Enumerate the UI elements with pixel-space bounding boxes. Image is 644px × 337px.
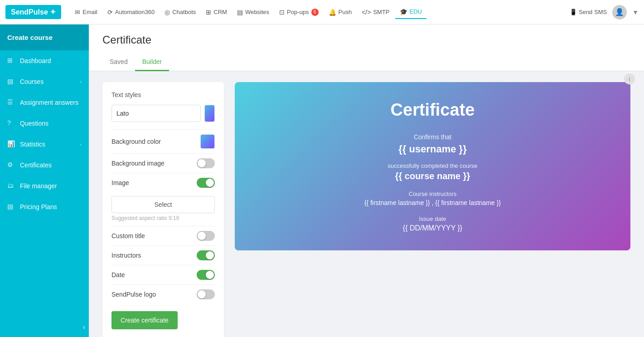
nav-smtp[interactable]: </> SMTP — [357, 6, 394, 19]
nav-chatbots[interactable]: ◎ Chatbots — [160, 6, 200, 19]
content-area: Certificate Saved Builder i Text styles … — [89, 24, 644, 337]
cert-confirms: Confirms that — [414, 133, 451, 141]
text-styles-label: Text styles — [111, 91, 215, 98]
cert-course-name: {{ course name }} — [395, 171, 470, 181]
sidebar-item-statistics[interactable]: 📊 Statistics › — [0, 134, 89, 155]
nav-items: ✉ Email ⟳ Automation360 ◎ Chatbots ⊞ CRM… — [70, 5, 570, 19]
push-icon: 🔔 — [329, 9, 336, 16]
select-image-button[interactable]: Select — [111, 196, 215, 213]
edu-icon: 🎓 — [400, 8, 407, 15]
dashboard-icon: ⊞ — [7, 57, 15, 65]
bg-color-swatch[interactable] — [200, 134, 215, 149]
bg-image-row: Background image — [111, 153, 215, 173]
page-title: Certificate — [102, 34, 630, 46]
sidebar: Create course ⊞ Dashboard ▤ Courses › ☰ … — [0, 24, 89, 337]
tabs: Saved Builder — [102, 54, 630, 71]
cert-instructors-label: Course instructors — [409, 190, 456, 197]
date-label: Date — [111, 271, 125, 278]
tab-saved[interactable]: Saved — [102, 54, 135, 71]
custom-title-label: Custom title — [111, 232, 145, 239]
pricing-icon: ▤ — [7, 203, 15, 211]
page-body: Text styles Background color Background … — [89, 71, 644, 337]
chatbots-icon: ◎ — [165, 9, 170, 16]
sendpulse-logo-toggle[interactable] — [197, 289, 215, 299]
instructors-row: Instructors — [111, 245, 215, 265]
date-toggle[interactable] — [197, 270, 215, 280]
nav-popups[interactable]: ⊡ Pop-ups 6 — [275, 6, 323, 19]
sidebar-item-pricing-plans[interactable]: ▤ Pricing Plans — [0, 196, 89, 217]
statistics-arrow-icon: › — [80, 142, 82, 147]
sidebar-item-certificates[interactable]: ⚙ Certificates — [0, 155, 89, 176]
text-color-swatch[interactable] — [204, 105, 215, 122]
font-input[interactable] — [111, 105, 201, 122]
file-manager-icon: 🗂 — [7, 182, 15, 190]
send-sms-button[interactable]: 📱 Send SMS — [570, 9, 607, 15]
bg-image-label: Background image — [111, 160, 165, 167]
nav-crm[interactable]: ⊞ CRM — [201, 6, 232, 19]
nav-email[interactable]: ✉ Email — [70, 6, 102, 19]
cert-instructors-names: {{ firstname lastname }} , {{ firstname … — [364, 199, 501, 206]
nav-automation360[interactable]: ⟳ Automation360 — [103, 6, 159, 19]
avatar-icon: 👤 — [615, 8, 624, 16]
create-course-button[interactable]: Create course — [0, 24, 89, 50]
info-icon[interactable]: i — [624, 73, 635, 84]
image-label: Image — [111, 179, 129, 186]
sendpulse-logo-row: SendPulse logo — [111, 284, 215, 304]
certificates-icon: ⚙ — [7, 161, 15, 169]
sms-icon: 📱 — [570, 9, 577, 15]
aspect-ratio-hint: Suggested aspect ratio 9:16 — [111, 215, 215, 221]
top-navigation: SendPulse ✦ ✉ Email ⟳ Automation360 ◎ Ch… — [0, 0, 644, 24]
automation-icon: ⟳ — [107, 9, 113, 16]
collapse-icon: ‹ — [83, 323, 85, 331]
page-header: Certificate Saved Builder i — [89, 24, 644, 71]
image-row: Image — [111, 173, 215, 192]
sendpulse-logo-label: SendPulse logo — [111, 291, 156, 298]
tab-builder[interactable]: Builder — [135, 54, 169, 71]
smtp-icon: </> — [362, 9, 371, 16]
courses-icon: ▤ — [7, 78, 15, 86]
sidebar-item-courses[interactable]: ▤ Courses › — [0, 71, 89, 92]
nav-edu[interactable]: 🎓 EDU — [395, 5, 426, 19]
sidebar-item-dashboard[interactable]: ⊞ Dashboard — [0, 50, 89, 71]
font-row — [111, 105, 215, 122]
cert-completed-text: successfully completed the course — [388, 162, 478, 169]
create-certificate-button[interactable]: Create certificate — [111, 311, 178, 329]
bg-image-toggle[interactable] — [197, 158, 215, 168]
certificate-preview: Certificate Confirms that {{ username }}… — [235, 82, 630, 250]
settings-panel: Text styles Background color Background … — [102, 82, 224, 337]
nav-push[interactable]: 🔔 Push — [324, 6, 357, 19]
instructors-toggle[interactable] — [197, 250, 215, 260]
sidebar-item-questions[interactable]: ? Questions — [0, 113, 89, 134]
sidebar-collapse-button[interactable]: ‹ — [0, 317, 89, 337]
statistics-icon: 📊 — [7, 140, 15, 148]
custom-title-row: Custom title — [111, 226, 215, 245]
cert-title: Certificate — [391, 100, 475, 120]
logo[interactable]: SendPulse ✦ — [5, 5, 61, 19]
nav-websites[interactable]: ▤ Websites — [232, 6, 274, 19]
popups-icon: ⊡ — [279, 9, 285, 16]
instructors-label: Instructors — [111, 252, 141, 259]
sidebar-item-file-manager[interactable]: 🗂 File manager — [0, 176, 89, 196]
cert-issue-date: {{ DD/MM/YYYY }} — [403, 224, 462, 232]
sidebar-item-assignment-answers[interactable]: ☰ Assignment answers — [0, 92, 89, 113]
questions-icon: ? — [7, 119, 15, 127]
popups-badge: 6 — [311, 9, 319, 16]
cert-username: {{ username }} — [398, 143, 466, 155]
image-toggle[interactable] — [197, 178, 215, 188]
main-layout: Create course ⊞ Dashboard ▤ Courses › ☰ … — [0, 24, 644, 337]
custom-title-toggle[interactable] — [197, 231, 215, 241]
bg-color-label: Background color — [111, 138, 161, 145]
websites-icon: ▤ — [237, 9, 243, 16]
nav-chevron[interactable]: ▼ — [632, 9, 639, 16]
date-row: Date — [111, 265, 215, 284]
cert-issue-label: Issue date — [419, 215, 446, 222]
assignment-icon: ☰ — [7, 98, 15, 107]
user-avatar[interactable]: 👤 — [612, 5, 627, 20]
email-icon: ✉ — [75, 9, 80, 16]
bg-color-row: Background color — [111, 129, 215, 153]
crm-icon: ⊞ — [206, 9, 211, 16]
nav-right: 📱 Send SMS 👤 ▼ — [570, 5, 639, 20]
courses-arrow-icon: › — [80, 79, 82, 84]
